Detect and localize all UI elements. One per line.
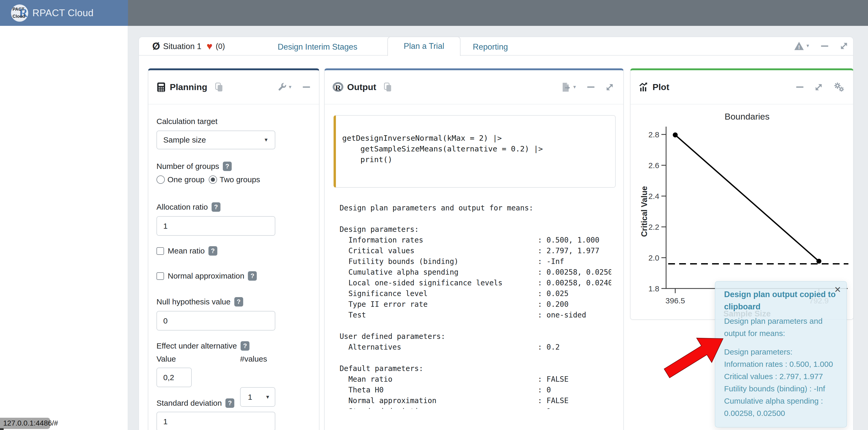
svg-text:2.6: 2.6 — [648, 161, 659, 170]
calculation-target-select[interactable]: Sample size ▼ — [156, 131, 275, 149]
app-header: R PACT Cloud RPACT Cloud — [0, 0, 128, 26]
null-hypothesis-label: Null hypothesis value? — [156, 297, 311, 307]
mean-ratio-checkbox[interactable] — [156, 247, 164, 255]
copy-icon[interactable] — [383, 82, 392, 92]
sidebar — [0, 26, 128, 430]
svg-text:R: R — [335, 83, 341, 92]
mean-ratio-label: Mean ratio — [168, 246, 205, 256]
help-badge-icon[interactable]: ? — [212, 202, 220, 212]
tools-dropdown[interactable]: ▼ — [277, 83, 292, 92]
r-output-text: Design plan parameters and output for me… — [340, 203, 611, 409]
svg-text:1.8: 1.8 — [648, 284, 659, 293]
toast-line — [724, 339, 837, 346]
effect-value-input[interactable] — [156, 368, 192, 387]
svg-text:Boundaries: Boundaries — [724, 111, 770, 122]
export-dropdown[interactable]: ▼ — [561, 82, 577, 92]
caret-down-icon: ▼ — [265, 394, 270, 400]
file-export-icon — [561, 82, 571, 92]
allocation-ratio-input[interactable] — [156, 216, 275, 236]
app-title: RPACT Cloud — [32, 7, 94, 19]
toast-line: Cumulative alpha spending : 0.00258, 0.0… — [724, 395, 837, 419]
wrench-icon — [277, 83, 286, 92]
number-of-groups-label: Number of groups? — [156, 161, 311, 171]
help-badge-icon[interactable]: ? — [234, 297, 243, 306]
toast-notification: Design plan output copied to clipboard ×… — [715, 281, 847, 427]
svg-text:2.2: 2.2 — [648, 223, 659, 231]
warning-icon: ! — [794, 41, 804, 51]
warnings-dropdown[interactable]: ! ▼ — [794, 41, 810, 51]
output-panel: R Output ▼ getDesig — [324, 68, 624, 430]
toast-line: Information rates : 0.500, 1.000 — [724, 358, 837, 370]
tab-reporting[interactable]: Reporting — [473, 42, 508, 52]
null-set-icon: Ø — [152, 41, 160, 52]
collapse-icon[interactable] — [303, 87, 310, 88]
planning-title: Planning — [170, 82, 208, 92]
expand-icon[interactable] — [605, 82, 614, 92]
red-arrow-annotation — [653, 326, 732, 384]
logo-text-bottom: Cloud — [12, 14, 25, 19]
expand-icon[interactable] — [814, 82, 823, 92]
r-code-block[interactable]: getDesignInverseNormal(kMax = 2) |> getS… — [334, 115, 616, 188]
plot-panel-header: Plot — [630, 70, 853, 104]
help-badge-icon[interactable]: ? — [223, 162, 232, 171]
status-strip — [0, 428, 4, 430]
toast-line: Design parameters: — [724, 346, 837, 358]
svg-text:2.8: 2.8 — [648, 130, 659, 139]
collapse-icon[interactable] — [821, 45, 828, 47]
effect-under-alternative-label: Effect under alternative? — [156, 341, 311, 351]
close-icon[interactable]: × — [834, 284, 841, 295]
top-bar — [128, 0, 868, 26]
svg-text:Critical Value: Critical Value — [640, 186, 649, 237]
tab-situation-label: Situation 1 — [163, 42, 202, 51]
allocation-ratio-label: Allocation ratio? — [156, 202, 311, 212]
chart-line-icon — [639, 82, 649, 92]
r-logo-icon: R — [333, 82, 343, 92]
standard-deviation-label: Standard deviation? — [156, 398, 311, 408]
status-url: 127.0.0.1:4486/# — [0, 418, 50, 429]
toast-line: Design plan parameters and output for me… — [724, 315, 837, 339]
toast-body: Design plan parameters and output for me… — [724, 315, 837, 419]
calculation-target-label: Calculation target — [156, 117, 311, 126]
help-badge-icon[interactable]: ? — [248, 271, 257, 281]
planning-form: Calculation target Sample size ▼ Number … — [148, 104, 319, 430]
tab-situation[interactable]: Ø Situation 1 ♥ (0) — [152, 41, 225, 52]
svg-text:2.4: 2.4 — [648, 192, 659, 200]
svg-text:396.5: 396.5 — [665, 296, 685, 305]
radio-one-group[interactable] — [156, 175, 165, 184]
heart-icon[interactable]: ♥ — [207, 41, 213, 52]
app-logo: R PACT Cloud — [11, 4, 28, 22]
collapse-icon[interactable] — [587, 87, 594, 88]
output-title: Output — [347, 82, 376, 92]
svg-text:2.0: 2.0 — [648, 254, 659, 262]
collapse-icon[interactable] — [796, 87, 804, 88]
radio-two-groups[interactable] — [209, 175, 217, 184]
caret-down-icon: ▼ — [806, 43, 810, 48]
caret-down-icon: ▼ — [572, 85, 577, 90]
null-hypothesis-input[interactable] — [156, 311, 275, 331]
settings-gears-icon[interactable] — [834, 82, 844, 92]
help-badge-icon[interactable]: ? — [209, 246, 217, 256]
output-panel-header: R Output ▼ — [325, 70, 623, 104]
num-values-label: #values — [240, 354, 267, 364]
expand-icon[interactable] — [839, 41, 849, 51]
num-values-select[interactable]: 1 ▼ — [240, 387, 275, 407]
caret-down-icon: ▼ — [264, 137, 269, 143]
planning-panel-header: Planning ▼ — [148, 70, 319, 104]
tab-design-interim-stages[interactable]: Design Interim Stages — [278, 42, 357, 52]
svg-text:!: ! — [798, 44, 800, 50]
help-badge-icon[interactable]: ? — [241, 341, 249, 351]
plot-title: Plot — [652, 82, 669, 92]
toast-line: Critical values : 2.797, 1.977 — [724, 370, 837, 383]
radio-two-groups-label: Two groups — [220, 175, 260, 185]
toast-line: Futility bounds (binding) : -Inf — [724, 383, 837, 395]
planning-panel: Planning ▼ Calculation target Sample siz… — [148, 68, 319, 430]
caret-down-icon: ▼ — [288, 85, 292, 90]
copy-icon[interactable] — [214, 82, 224, 92]
help-badge-icon[interactable]: ? — [225, 398, 234, 408]
standard-deviation-input[interactable] — [156, 412, 275, 430]
tab-plan-a-trial[interactable]: Plan a Trial — [388, 37, 461, 56]
num-values-value: 1 — [248, 393, 252, 401]
normal-approximation-checkbox[interactable] — [156, 272, 164, 280]
favorites-count: (0) — [216, 42, 225, 51]
toast-title: Design plan output copied to clipboard — [724, 288, 839, 313]
